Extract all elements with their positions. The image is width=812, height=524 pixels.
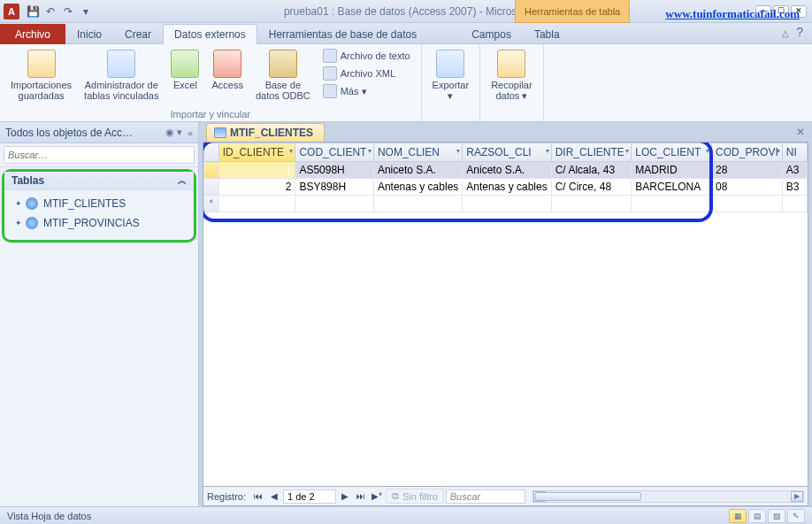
xml-file-icon bbox=[323, 66, 337, 81]
window-title: prueba01 : Base de datos (Access 2007) -… bbox=[94, 5, 755, 18]
import-odbc-button[interactable]: Base de datos ODBC bbox=[252, 48, 314, 103]
record-position[interactable]: 1 de 2 bbox=[283, 489, 336, 504]
highlight-green-box: Tablas︽ ✦MTIF_CLIENTES ✦MTIF_PROVINCIAS bbox=[2, 169, 196, 243]
more-icon bbox=[323, 84, 337, 98]
row-selector[interactable] bbox=[204, 179, 219, 196]
globe-icon bbox=[26, 217, 38, 229]
status-text: Vista Hoja de datos bbox=[7, 511, 91, 521]
import-access-button[interactable]: Access bbox=[208, 48, 246, 92]
tab-herramientas-bd[interactable]: Herramientas de base de datos bbox=[257, 24, 428, 44]
data-table[interactable]: ID_CLIENTE▾ COD_CLIENT▾ NOM_CLIEN▾ RAZSO… bbox=[203, 143, 808, 212]
view-pivottable-button[interactable]: ▤ bbox=[748, 509, 766, 523]
filter-indicator[interactable]: ⧉Sin filtro bbox=[386, 489, 444, 504]
ribbon-tabs: Archivo Inicio Crear Datos externos Herr… bbox=[0, 23, 812, 44]
ribbon: Importaciones guardadas Administrador de… bbox=[0, 44, 812, 122]
globe-icon bbox=[26, 197, 38, 210]
col-dir-cliente[interactable]: DIR_CLIENTE▾ bbox=[551, 143, 632, 162]
view-pivotchart-button[interactable]: ▧ bbox=[768, 509, 785, 523]
linked-table-icon: ✦ bbox=[15, 199, 22, 208]
collect-data-button[interactable]: Recopilar datos ▾ bbox=[487, 48, 535, 103]
navigation-pane: Todos los objetos de Acc… ◉ ▾ « Tablas︽ … bbox=[0, 122, 199, 506]
tab-file[interactable]: Archivo bbox=[0, 24, 65, 44]
horizontal-scrollbar[interactable]: ◀ ▶ bbox=[532, 490, 804, 503]
nav-last-button[interactable]: ⏭ bbox=[354, 489, 368, 504]
save-icon[interactable]: 💾 bbox=[25, 4, 41, 19]
ribbon-group-label: Importar y vincular bbox=[7, 107, 414, 119]
import-xml-button[interactable]: Archivo XML bbox=[319, 66, 414, 81]
nav-collapse-icon[interactable]: « bbox=[188, 127, 193, 138]
col-nom-clien[interactable]: NOM_CLIEN▾ bbox=[373, 143, 462, 162]
linked-table-manager-button[interactable]: Administrador de tablas vinculadas bbox=[80, 48, 162, 103]
new-record-row[interactable]: * bbox=[204, 196, 808, 212]
nav-prev-button[interactable]: ◀ bbox=[267, 489, 281, 504]
filter-icon: ⧉ bbox=[392, 490, 399, 502]
record-search-input[interactable]: Buscar bbox=[446, 489, 525, 504]
nav-next-button[interactable]: ▶ bbox=[338, 489, 352, 504]
view-design-button[interactable]: ✎ bbox=[787, 509, 805, 523]
tab-campos[interactable]: Campos bbox=[460, 24, 523, 44]
import-excel-button[interactable]: Excel bbox=[167, 48, 203, 92]
scroll-right-button[interactable]: ▶ bbox=[791, 491, 803, 502]
column-dropdown-icon[interactable]: ▾ bbox=[289, 147, 293, 155]
import-text-file-button[interactable]: Archivo de texto bbox=[319, 48, 414, 64]
undo-icon[interactable]: ↶ bbox=[42, 4, 58, 19]
col-ni[interactable]: NI bbox=[782, 143, 807, 162]
nav-header[interactable]: Todos los objetos de Acc… ◉ ▾ « bbox=[0, 122, 198, 143]
nav-first-button[interactable]: ⏮ bbox=[251, 489, 265, 504]
tab-tabla[interactable]: Tabla bbox=[523, 24, 571, 44]
qat-dropdown-icon[interactable]: ▾ bbox=[78, 4, 94, 19]
export-button[interactable]: Exportar ▾ bbox=[429, 48, 473, 103]
table-row[interactable]: 1 AS5098H Aniceto S.A. Aniceto S.A. C/ A… bbox=[204, 162, 808, 179]
table-row[interactable]: 2 BSY898H Antenas y cables Antenas y cab… bbox=[204, 179, 808, 196]
document-close-button[interactable]: ✕ bbox=[796, 126, 805, 138]
nav-table-mtif-clientes[interactable]: ✦MTIF_CLIENTES bbox=[10, 194, 188, 213]
row-selector[interactable] bbox=[204, 162, 219, 179]
nav-section-tables[interactable]: Tablas︽ bbox=[4, 172, 194, 190]
import-more-button[interactable]: Más ▾ bbox=[319, 83, 414, 99]
help-button[interactable]: △ ? bbox=[782, 25, 803, 39]
document-area: MTIF_CLIENTES ✕ ID_CLIENTE▾ COD_CLIENT▾ … bbox=[199, 122, 812, 506]
tab-inicio[interactable]: Inicio bbox=[65, 24, 113, 44]
scroll-thumb[interactable] bbox=[535, 492, 641, 501]
col-cod-provi[interactable]: COD_PROVI▾ bbox=[712, 143, 783, 162]
new-record-icon: * bbox=[204, 196, 219, 212]
linked-table-icon: ✦ bbox=[15, 219, 22, 227]
contextual-tab-label: Herramientas de tabla bbox=[515, 0, 630, 23]
table-icon bbox=[214, 127, 226, 138]
view-datasheet-button[interactable]: ▦ bbox=[729, 509, 747, 523]
text-file-icon bbox=[323, 49, 337, 63]
saved-imports-button[interactable]: Importaciones guardadas bbox=[7, 48, 75, 103]
datasheet: ID_CLIENTE▾ COD_CLIENT▾ NOM_CLIEN▾ RAZSO… bbox=[203, 142, 808, 487]
col-cod-client[interactable]: COD_CLIENT▾ bbox=[295, 143, 374, 162]
ribbon-collapse-icon[interactable]: △ bbox=[782, 28, 789, 38]
select-all-cell[interactable] bbox=[204, 143, 219, 162]
document-tab-mtif-clientes[interactable]: MTIF_CLIENTES bbox=[206, 123, 325, 142]
tab-crear[interactable]: Crear bbox=[113, 24, 163, 44]
tab-datos-externos[interactable]: Datos externos bbox=[163, 24, 257, 44]
nav-search bbox=[0, 143, 198, 167]
col-razsol-cli[interactable]: RAZSOL_CLI▾ bbox=[463, 143, 551, 162]
nav-new-button[interactable]: ▶* bbox=[370, 489, 384, 504]
watermark-link[interactable]: www.tuinformaticafail.com bbox=[665, 7, 800, 21]
app-logo-icon: A bbox=[4, 4, 19, 19]
col-id-cliente[interactable]: ID_CLIENTE▾ bbox=[218, 143, 295, 162]
chevron-up-icon: ︽ bbox=[178, 174, 187, 187]
status-bar: Vista Hoja de datos ▦ ▤ ▧ ✎ bbox=[0, 506, 812, 524]
nav-filter-icon[interactable]: ◉ ▾ bbox=[165, 127, 182, 138]
nav-table-mtif-provincias[interactable]: ✦MTIF_PROVINCIAS bbox=[10, 213, 188, 233]
nav-search-input[interactable] bbox=[4, 146, 195, 164]
redo-icon[interactable]: ↷ bbox=[60, 4, 76, 19]
record-navigator: Registro: ⏮ ◀ 1 de 2 ▶ ⏭ ▶* ⧉Sin filtro … bbox=[203, 487, 808, 506]
col-loc-client[interactable]: LOC_CLIENT▾ bbox=[632, 143, 712, 162]
